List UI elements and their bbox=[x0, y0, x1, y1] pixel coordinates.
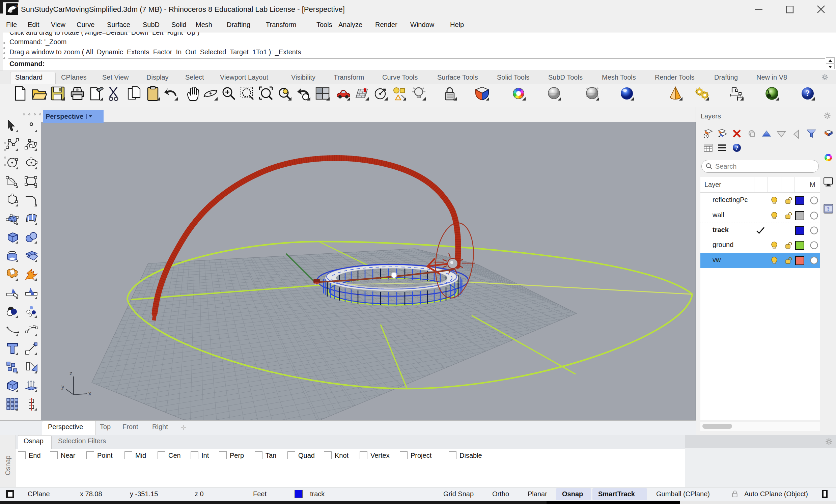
svg-text:x: x bbox=[89, 390, 91, 397]
svg-text:?: ? bbox=[736, 145, 739, 151]
svg-text:z: z bbox=[70, 370, 73, 376]
svg-text:?: ? bbox=[806, 89, 810, 98]
svg-text:?: ? bbox=[827, 207, 830, 212]
svg-text:8: 8 bbox=[16, 4, 18, 8]
svg-text:y: y bbox=[61, 384, 64, 390]
